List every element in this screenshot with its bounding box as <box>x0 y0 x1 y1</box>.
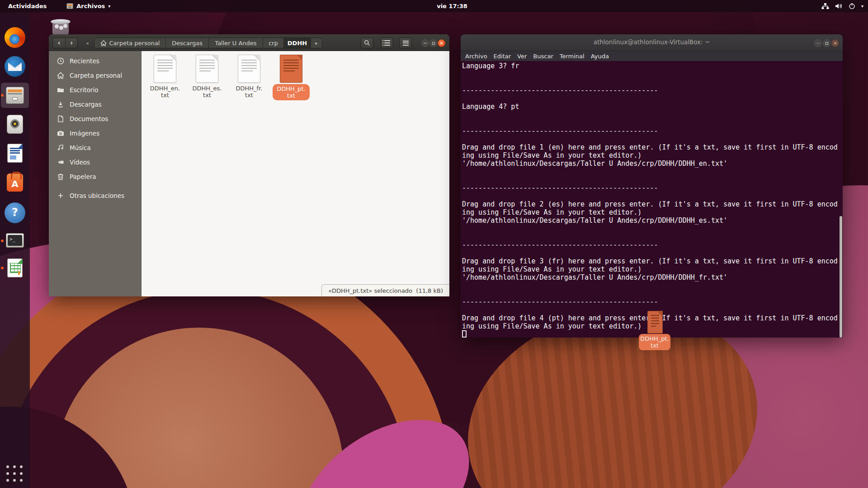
running-dot-terminal <box>1 239 4 242</box>
desktop: ‹ › ◂ Carpeta personal Descargas Taller … <box>0 0 868 488</box>
breadcrumb-ddhh-active[interactable]: DDHH <box>284 38 311 48</box>
breadcrumb-overflow-left-icon[interactable]: ◂ <box>86 40 89 46</box>
sidebar-item-label: Papelera <box>70 173 96 180</box>
file-ddhh-es[interactable]: DDHH_es.txt <box>186 55 228 99</box>
dock-item-files[interactable] <box>5 85 25 106</box>
sidebar-item-otras-ubicaciones[interactable]: Otras ubicaciones <box>49 188 141 203</box>
dock-item-libreoffice-writer[interactable] <box>5 143 25 164</box>
close-icon: × <box>439 41 443 46</box>
maximize-icon <box>432 42 435 45</box>
documents-icon <box>57 115 64 122</box>
search-button[interactable] <box>361 38 373 48</box>
window-menu-button[interactable] <box>399 38 412 48</box>
close-button[interactable]: × <box>831 39 839 47</box>
minimize-button[interactable]: − <box>814 39 822 47</box>
files-sidebar: Recientes Carpeta personal Escritorio De… <box>49 51 142 296</box>
minimize-icon: − <box>816 41 820 46</box>
back-button[interactable]: ‹ <box>53 38 65 48</box>
dock-item-firefox[interactable] <box>5 27 25 48</box>
pictures-icon <box>57 130 64 137</box>
files-window: ‹ › ◂ Carpeta personal Descargas Taller … <box>49 34 449 296</box>
volume-icon <box>835 3 843 9</box>
menu-ayuda[interactable]: Ayuda <box>591 53 609 60</box>
running-dot-files <box>1 94 4 97</box>
drag-ghost-label: DDHH_pt.txt <box>639 334 670 350</box>
file-ddhh-pt-selected[interactable]: DDHH_pt.txt <box>270 55 312 100</box>
file-label: DDHH_fr.txt <box>236 85 263 99</box>
sidebar-item-label: Recientes <box>70 57 99 65</box>
forward-button[interactable]: › <box>65 38 77 48</box>
dock: A ? >_ <box>0 12 30 488</box>
breadcrumb-home[interactable]: Carpeta personal <box>94 38 166 48</box>
sidebar-item-documentos[interactable]: Documentos <box>49 112 141 126</box>
maximize-button[interactable] <box>429 39 437 47</box>
text-file-icon <box>196 55 218 83</box>
files-headerbar: ‹ › ◂ Carpeta personal Descargas Taller … <box>49 34 449 51</box>
view-toggle-button[interactable] <box>381 38 393 48</box>
show-applications-button[interactable] <box>6 465 24 483</box>
menu-archivo[interactable]: Archivo <box>465 53 487 60</box>
rhythmbox-icon <box>5 114 25 135</box>
videos-icon <box>57 159 64 166</box>
sidebar-item-recientes[interactable]: Recientes <box>49 54 141 68</box>
libreoffice-writer-icon <box>5 143 25 164</box>
terminal-scrollbar[interactable] <box>840 216 842 338</box>
dock-item-terminal[interactable]: >_ <box>5 230 25 251</box>
recent-icon <box>57 57 64 65</box>
file-ddhh-fr[interactable]: DDHH_fr.txt <box>228 55 270 99</box>
home-icon <box>100 40 107 46</box>
text-file-icon-selected <box>280 55 302 83</box>
breadcrumb-label: crp <box>269 40 278 47</box>
dock-item-ubuntu-software[interactable]: A <box>5 172 25 193</box>
files-content-area[interactable]: DDHH_en.txt DDHH_es.txt DDHH_fr.txt DDHH… <box>142 51 449 296</box>
breadcrumb-overflow-right-icon[interactable]: ▸ <box>311 38 322 48</box>
sidebar-item-musica[interactable]: Música <box>49 141 141 155</box>
breadcrumb: Carpeta personal Descargas Taller U Ande… <box>94 38 322 48</box>
close-button[interactable]: × <box>438 39 445 47</box>
caret-down-icon: ▾ <box>108 4 110 9</box>
network-icon <box>821 3 829 9</box>
trash-icon <box>57 173 64 180</box>
activities-button[interactable]: Actividades <box>8 3 47 9</box>
thunderbird-icon <box>5 56 25 77</box>
sidebar-item-label: Documentos <box>70 115 108 122</box>
terminal-titlebar[interactable]: athlonlinux@athlonlinux-VirtualBox: ~ − … <box>461 34 843 51</box>
dock-item-libreoffice-calc[interactable] <box>5 258 25 278</box>
dock-item-thunderbird[interactable] <box>5 56 25 77</box>
minimize-button[interactable]: − <box>421 39 429 47</box>
terminal-cursor <box>462 330 467 338</box>
list-view-icon <box>384 40 390 46</box>
sidebar-item-escritorio[interactable]: Escritorio <box>49 83 141 97</box>
dock-item-help[interactable]: ? <box>5 202 25 223</box>
breadcrumb-label: DDHH <box>288 40 307 47</box>
terminal-output[interactable]: Language 3? fr -------------------------… <box>461 61 843 338</box>
menu-editar[interactable]: Editar <box>494 53 511 60</box>
sidebar-item-papelera[interactable]: Papelera <box>49 169 141 184</box>
maximize-button[interactable] <box>823 39 830 47</box>
terminal-icon: >_ <box>5 230 25 251</box>
sidebar-item-label: Otras ubicaciones <box>70 192 124 199</box>
dock-item-rhythmbox[interactable] <box>5 114 25 135</box>
sidebar-item-label: Carpeta personal <box>70 72 122 79</box>
file-ddhh-en[interactable]: DDHH_en.txt <box>144 55 186 99</box>
sidebar-item-carpeta-personal[interactable]: Carpeta personal <box>49 68 141 83</box>
breadcrumb-crp[interactable]: crp <box>263 38 284 48</box>
breadcrumb-taller-u-andes[interactable]: Taller U Andes <box>209 38 263 48</box>
close-icon: × <box>833 41 837 46</box>
clock-button[interactable]: vie 17:38 <box>423 3 481 9</box>
sidebar-item-videos[interactable]: Vídeos <box>49 155 141 169</box>
breadcrumb-label: Descargas <box>172 40 203 47</box>
app-menu-button[interactable]: Archivos ▾ <box>66 3 110 9</box>
system-status-area[interactable]: ▾ <box>821 3 863 9</box>
menu-ver[interactable]: Ver <box>517 53 527 60</box>
menu-terminal[interactable]: Terminal <box>560 53 585 60</box>
sidebar-item-label: Escritorio <box>70 86 98 94</box>
sidebar-item-descargas[interactable]: Descargas <box>49 97 141 112</box>
breadcrumb-label: Taller U Andes <box>215 40 256 47</box>
menu-buscar[interactable]: Buscar <box>533 53 553 60</box>
file-label: DDHH_en.txt <box>150 85 180 99</box>
breadcrumb-descargas[interactable]: Descargas <box>166 38 209 48</box>
sidebar-item-imagenes[interactable]: Imágenes <box>49 126 141 141</box>
file-label-selected: DDHH_pt.txt <box>273 84 310 100</box>
top-bar: Actividades Archivos ▾ vie 17:38 ▾ <box>0 0 868 12</box>
